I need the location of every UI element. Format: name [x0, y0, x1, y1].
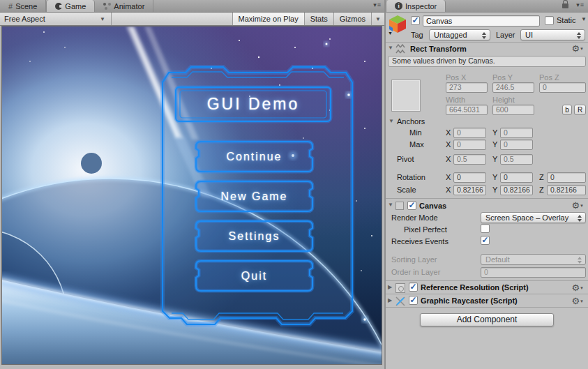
canvas-enabled-checkbox[interactable]: ✓ — [407, 201, 416, 210]
reference-resolution-header[interactable]: ▶ ✓ Reference Resolution (Script) ⚙▼ — [386, 282, 588, 294]
rotation-z-field[interactable]: 0 — [547, 172, 586, 183]
quit-button[interactable]: Quit — [196, 261, 312, 291]
aspect-dropdown[interactable]: Free Aspect ▼ — [0, 13, 112, 25]
graphic-raycaster-header[interactable]: ▶ ✓ Graphic Raycaster (Script) ⚙▼ — [386, 295, 588, 307]
tag-dropdown[interactable]: Untagged — [429, 29, 490, 40]
tab-game[interactable]: Game — [46, 0, 95, 12]
maximize-on-play-label: Maximize on Play — [239, 15, 299, 23]
pixel-perfect-checkbox[interactable] — [481, 224, 490, 233]
checkmark-icon: ✓ — [412, 17, 419, 24]
anchor-min-x-field[interactable]: 0 — [453, 128, 486, 138]
tab-game-label: Game — [65, 2, 86, 10]
unity-editor-window: # Scene Game Animator ▾≡ Free Aspect ▼ M… — [0, 0, 588, 369]
static-caret-icon[interactable]: ▼ — [581, 16, 588, 22]
pivot-y-field[interactable]: 0.5 — [500, 154, 533, 165]
anchor-max-y-field[interactable]: 0 — [500, 140, 533, 150]
inspector-body: ▼ ✓ Canvas Static ▼ Tag Untagged Layer U… — [386, 13, 588, 369]
graphic-raycaster-foldout-icon[interactable]: ▶ — [388, 295, 392, 306]
settings-button[interactable]: Settings — [196, 221, 312, 251]
rect-transform-title: Rect Transform — [410, 43, 588, 55]
anchor-min-y-field[interactable]: 0 — [500, 128, 533, 138]
lock-icon[interactable] — [562, 3, 568, 8]
receives-events-label: Receives Events — [391, 236, 588, 247]
gizmos-caret-button[interactable]: ▼ — [371, 13, 384, 25]
game-toolbar: Free Aspect ▼ Maximize on Play Stats Giz… — [0, 13, 384, 26]
rect-transform-gear-icon[interactable]: ⚙▼ — [571, 43, 584, 54]
tab-scene[interactable]: # Scene — [0, 0, 46, 12]
reference-resolution-foldout-icon[interactable]: ▶ — [388, 282, 392, 293]
graphic-raycaster-gear-icon[interactable]: ⚙▼ — [571, 296, 584, 307]
rotation-x-field[interactable]: 0 — [453, 172, 486, 183]
blueprint-mode-button[interactable]: b — [562, 105, 572, 115]
maximize-on-play-button[interactable]: Maximize on Play — [232, 13, 304, 25]
aspect-caret-icon: ▼ — [100, 16, 105, 22]
continue-button[interactable]: Continue — [196, 142, 312, 172]
raw-edit-mode-button[interactable]: R — [574, 105, 586, 115]
pivot-x-field[interactable]: 0.5 — [453, 154, 486, 165]
layer-value: UI — [525, 31, 533, 39]
toolbar-spacer — [112, 13, 232, 25]
reference-resolution-gear-icon[interactable]: ⚙▼ — [571, 283, 584, 294]
pixel-perfect-label: Pixel Perfect — [404, 225, 588, 235]
tab-animator[interactable]: Animator — [95, 0, 153, 12]
canvas-gear-icon[interactable]: ⚙▼ — [571, 200, 584, 211]
inspector-panel: i Inspector ▾≡ ▼ ✓ Canvas Static ▼ Tag — [384, 0, 588, 369]
scale-z-field[interactable]: 0.82166 — [547, 185, 586, 195]
rect-transform-foldout-icon[interactable]: ▼ — [388, 43, 393, 54]
pos-y-field[interactable]: 246.5 — [492, 82, 534, 93]
pos-x-field[interactable]: 273 — [446, 82, 488, 93]
aspect-dropdown-label: Free Aspect — [4, 15, 45, 23]
graphic-raycaster-icon — [395, 296, 405, 306]
graphic-raycaster-checkbox[interactable]: ✓ — [409, 296, 418, 305]
tag-updown-icon — [482, 32, 487, 39]
render-mode-dropdown[interactable]: Screen Space – Overlay — [481, 212, 586, 223]
render-mode-updown-icon — [578, 215, 582, 222]
driven-values-notice: Some values driven by Canvas. — [388, 56, 586, 67]
height-label: Height — [492, 95, 588, 105]
gizmos-caret-icon: ▼ — [375, 16, 381, 22]
checkmark-icon: ✓ — [409, 296, 417, 304]
anchor-preview-box[interactable] — [391, 80, 421, 112]
gameobject-name-field[interactable]: Canvas — [423, 15, 540, 27]
static-checkbox[interactable] — [545, 16, 554, 25]
tab-inspector[interactable]: i Inspector — [386, 0, 446, 12]
anchors-foldout-icon[interactable]: ▼ — [389, 116, 394, 127]
canvas-component-icon — [395, 202, 404, 210]
scale-y-field[interactable]: 0.82166 — [500, 185, 533, 195]
gizmos-button[interactable]: Gizmos — [333, 13, 371, 25]
stats-button[interactable]: Stats — [304, 13, 333, 25]
anchor-max-x-field[interactable]: 0 — [453, 140, 486, 150]
info-icon: i — [395, 2, 402, 10]
sorting-layer-dropdown: Default — [481, 254, 586, 265]
menu-title: GUI Demo — [176, 87, 331, 121]
rect-transform-header[interactable]: ▼ Rect Transform ⚙▼ — [386, 43, 588, 55]
reference-resolution-checkbox[interactable]: ✓ — [409, 283, 418, 292]
receives-events-checkbox[interactable]: ✓ — [481, 236, 490, 245]
tab-animator-label: Animator — [114, 2, 144, 10]
new-game-button[interactable]: New Game — [196, 181, 312, 211]
stats-label: Stats — [310, 15, 328, 23]
height-field[interactable]: 600 — [492, 105, 534, 115]
scale-x-field[interactable]: 0.82166 — [453, 185, 486, 195]
moon-silhouette — [81, 153, 102, 174]
game-view-icon — [55, 3, 62, 10]
game-panel: # Scene Game Animator ▾≡ Free Aspect ▼ M… — [0, 0, 384, 369]
inspector-menu-icon[interactable]: ▾≡ — [576, 1, 585, 8]
pos-z-field[interactable]: 0 — [539, 82, 586, 93]
layer-dropdown[interactable]: UI — [520, 29, 585, 40]
tag-value: Untagged — [434, 31, 467, 39]
render-mode-value: Screen Space – Overlay — [485, 213, 568, 222]
cube-caret-icon[interactable]: ▼ — [388, 31, 393, 36]
game-viewport: GUI Demo Continue New Game Settings Quit — [1, 26, 382, 365]
pos-z-label: Pos Z — [539, 73, 588, 83]
active-checkbox[interactable]: ✓ — [411, 16, 420, 25]
tab-options-menu-icon[interactable]: ▾≡ — [373, 1, 382, 8]
width-field[interactable]: 664.5031 — [446, 105, 488, 115]
canvas-foldout-icon[interactable]: ▼ — [388, 199, 393, 211]
graphic-raycaster-title: Graphic Raycaster (Script) — [421, 295, 588, 307]
bottom-strip — [0, 365, 384, 369]
canvas-component-header[interactable]: ▼ ✓ Canvas ⚙▼ — [386, 199, 588, 212]
order-in-layer-field: 0 — [481, 267, 586, 278]
rotation-y-field[interactable]: 0 — [500, 172, 533, 183]
add-component-button[interactable]: Add Component — [420, 313, 554, 326]
